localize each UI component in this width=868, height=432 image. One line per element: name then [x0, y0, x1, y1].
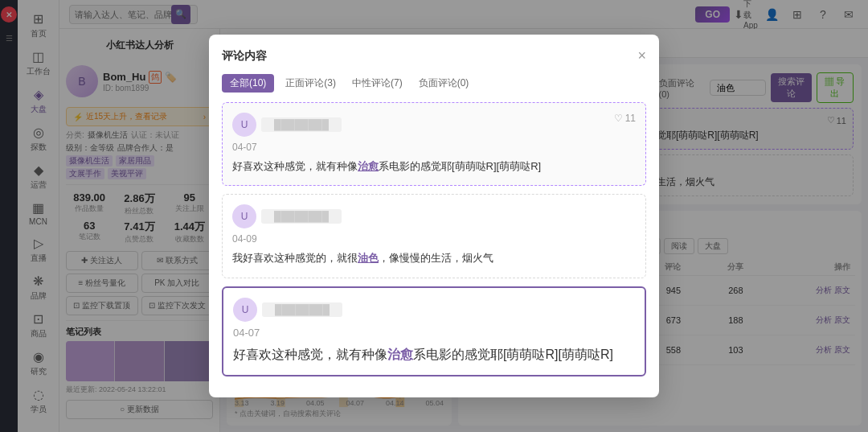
modal-title: 评论内容	[222, 49, 267, 64]
modal-filter-tabs: 全部(10) 正面评论(3) 中性评论(7) 负面评论(0)	[222, 74, 646, 93]
modal-avatar-2: U	[232, 204, 256, 228]
modal-likes-1: ♡ 11	[614, 113, 636, 124]
heart-icon-modal: ♡	[614, 113, 623, 124]
modal-tab-positive[interactable]: 正面评论(3)	[280, 74, 341, 93]
modal-text-2: 我好喜欢这种感觉的，就很油色，像慢慢的生活，烟火气	[232, 249, 636, 267]
modal-user-row-3: U ████████	[233, 298, 635, 322]
modal-date-1: 04-07	[232, 142, 636, 153]
modal-avatar-1: U	[232, 113, 256, 137]
modal-overlay[interactable]: 评论内容 × 全部(10) 正面评论(3) 中性评论(7) 负面评论(0) U …	[0, 0, 868, 432]
modal-highlight-1: 治愈	[358, 160, 379, 172]
modal-date-2: 04-09	[232, 233, 636, 245]
modal-highlight-2: 油色	[358, 252, 379, 264]
app-container: ✕ ☰ ⊞ 首页 ◫ 工作台 ◈ 大盘 ◎ 探数 ◆ 运营 ▦ MCN ▷	[0, 0, 868, 432]
modal-date-3: 04-07	[233, 327, 635, 339]
modal-comment-3: U ████████ 04-07 好喜欢这种感觉，就有种像治愈系电影的感觉耶[萌…	[222, 286, 646, 376]
modal-box: 评论内容 × 全部(10) 正面评论(3) 中性评论(7) 负面评论(0) U …	[209, 35, 659, 397]
modal-tab-all[interactable]: 全部(10)	[222, 74, 274, 93]
modal-user-row-1: U ████████	[232, 113, 636, 137]
modal-tab-neutral[interactable]: 中性评论(7)	[347, 74, 407, 93]
modal-user-row-2: U ████████	[232, 204, 636, 228]
modal-username-1: ████████	[261, 117, 342, 132]
modal-tab-negative[interactable]: 负面评论(0)	[414, 74, 474, 93]
modal-text-3: 好喜欢这种感觉，就有种像治愈系电影的感觉耶[萌萌哒R][萌萌哒R]	[233, 344, 635, 365]
modal-comment-2: U ████████ 04-09 我好喜欢这种感觉的，就很油色，像慢慢的生活，烟…	[222, 194, 646, 278]
modal-avatar-3: U	[233, 298, 257, 322]
modal-username-2: ████████	[261, 209, 342, 224]
modal-text-1: 好喜欢这种感觉，就有种像治愈系电影的感觉耶[萌萌哒R][萌萌哒R]	[232, 158, 636, 175]
modal-highlight-3: 治愈	[387, 348, 413, 361]
modal-close-button[interactable]: ×	[637, 47, 646, 64]
modal-username-3: ████████	[262, 302, 342, 317]
modal-comment-1: U ████████ 04-07 好喜欢这种感觉，就有种像治愈系电影的感觉耶[萌…	[222, 102, 646, 186]
modal-header: 评论内容 ×	[222, 47, 646, 64]
